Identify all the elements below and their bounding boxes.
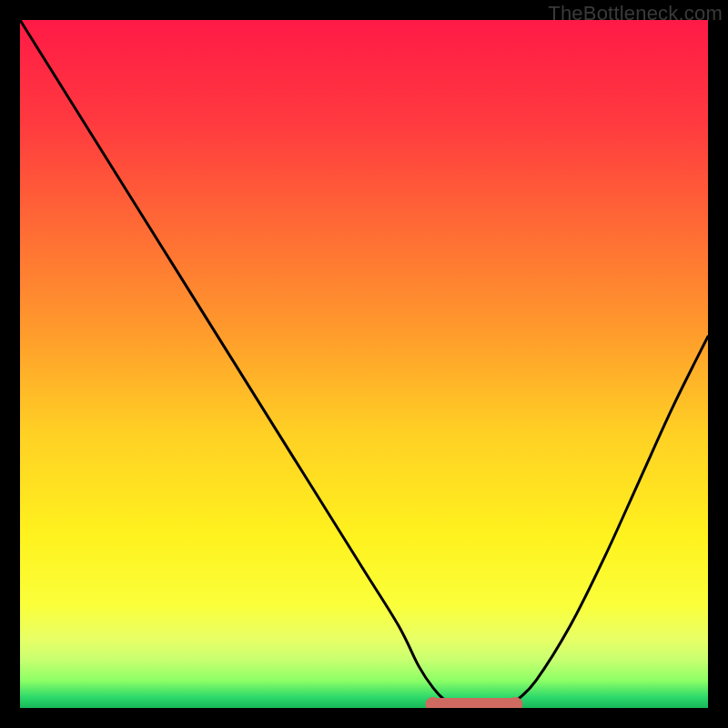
- gradient-background: [20, 20, 708, 708]
- plot-frame: [20, 20, 708, 708]
- minimum-highlight: [426, 697, 523, 708]
- bottleneck-curve-chart: [20, 20, 708, 708]
